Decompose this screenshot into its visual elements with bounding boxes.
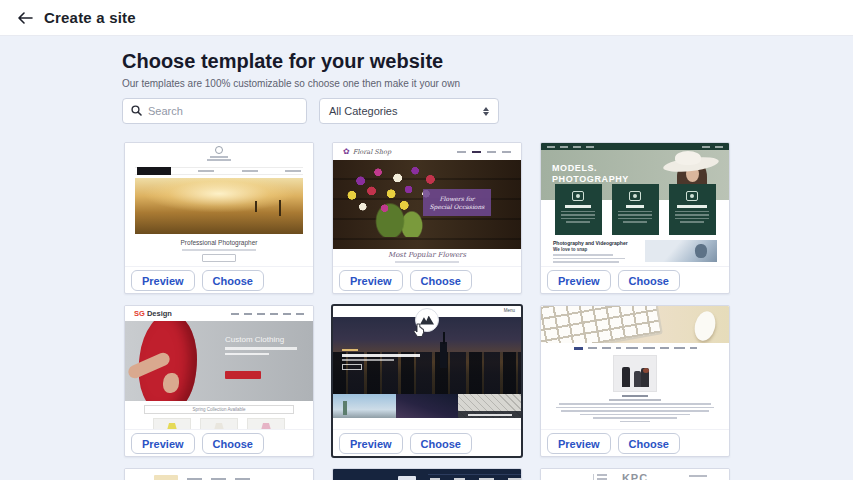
choose-button[interactable]: Choose: [202, 270, 264, 291]
search-box[interactable]: [122, 98, 307, 124]
template-card-partial-navy[interactable]: [332, 468, 522, 480]
template-inner-title: Most Popular Flowers: [333, 251, 521, 259]
thumb-nav: [457, 151, 511, 153]
template-thumbnail: MODELS. PHOTOGRAPHY: [541, 143, 729, 266]
template-grid: Professional Photographer Preview Choose…: [124, 142, 730, 480]
hero-text-block: Custom Clothing: [225, 335, 297, 355]
logo-caption: [125, 156, 313, 161]
thumb-header: SG Design: [125, 306, 313, 321]
feature-panel: [555, 184, 602, 235]
preview-button[interactable]: Preview: [547, 270, 611, 291]
hero-overlay-banner: Flowers for Special Occasions: [423, 189, 491, 216]
search-input[interactable]: [148, 105, 288, 117]
card-actions: Preview Choose: [333, 429, 521, 457]
paragraph-line: [556, 407, 714, 409]
sunset-field-photo: [135, 178, 303, 234]
text-line: [395, 261, 459, 263]
template-logo-text: SG Design: [134, 309, 172, 318]
template-card-kpc[interactable]: KPC: [540, 468, 730, 480]
mouse: [692, 309, 719, 343]
preview-button[interactable]: Preview: [547, 433, 611, 454]
nav-tab: [242, 170, 258, 172]
text-line: [609, 399, 661, 401]
thumb-footer: Photography and Videographer We love to …: [541, 240, 729, 263]
filter-bar: All Categories: [122, 98, 499, 124]
thumb-footer: Most Popular Flowers: [333, 249, 521, 266]
office-people-photo: [613, 355, 657, 392]
template-card-floral-shop[interactable]: ✿ Floral Shop Flowers for Special Occasi…: [332, 142, 522, 294]
footer-text-block: Photography and Videographer We love to …: [553, 240, 628, 263]
paragraph-line: [593, 417, 677, 419]
nav-tab: [285, 170, 301, 172]
white-hat-crown: [675, 151, 701, 165]
nav-tab-active: [154, 475, 178, 480]
card-actions: Preview Choose: [125, 429, 313, 457]
text-line: [182, 249, 256, 251]
gallery-row: [333, 394, 521, 418]
heading: Choose template for your website: [122, 50, 460, 73]
template-thumbnail: [541, 306, 729, 429]
template-card-city-travel[interactable]: Menu: [332, 305, 522, 457]
template-thumbnail: [333, 469, 521, 480]
fence-post: [279, 200, 281, 216]
template-logo-text: Floral Shop: [353, 148, 391, 156]
choose-button[interactable]: Choose: [618, 433, 680, 454]
red-dress-hero-photo: Custom Clothing: [125, 321, 313, 401]
photo-icon: [629, 191, 641, 201]
video-icon: [686, 191, 698, 201]
thumb-nav: [428, 474, 521, 480]
template-card-photographer[interactable]: Professional Photographer Preview Choose: [124, 142, 314, 294]
template-thumbnail: Menu: [333, 306, 521, 429]
product-tile: [153, 418, 191, 429]
preview-button[interactable]: Preview: [339, 433, 403, 454]
subtitle: Our templates are 100% customizable so c…: [122, 78, 460, 89]
collection-banner: Spring Collection Available: [144, 405, 294, 414]
nav-tab: [198, 170, 214, 172]
keyboard: [541, 306, 662, 343]
thumb-footer: Spring Collection Available: [125, 401, 313, 429]
feature-panel: [669, 184, 716, 235]
paragraph-line: [580, 414, 690, 416]
thumb-nav: [541, 143, 729, 150]
preview-button[interactable]: Preview: [131, 433, 195, 454]
template-card-partial-left[interactable]: [124, 468, 314, 480]
category-select[interactable]: All Categories: [319, 98, 499, 124]
overlay-line: Flowers for: [439, 195, 474, 203]
preview-button[interactable]: Preview: [131, 270, 195, 291]
keyboard-desk-photo: [541, 306, 729, 343]
antenna: [443, 332, 445, 344]
back-arrow-icon[interactable]: [14, 7, 36, 29]
paragraph-line: [559, 403, 711, 405]
template-card-business[interactable]: Preview Choose: [540, 305, 730, 457]
template-card-models-photography[interactable]: MODELS. PHOTOGRAPHY: [540, 142, 730, 294]
tulip-bouquet-photo: Flowers for Special Occasions: [333, 160, 521, 249]
thumb-body: [541, 343, 729, 422]
choose-button[interactable]: Choose: [410, 270, 472, 291]
choose-button[interactable]: Choose: [410, 433, 472, 454]
product-tile: [200, 418, 238, 429]
product-tile: [247, 418, 285, 429]
feature-panels: [541, 184, 729, 235]
choose-button[interactable]: Choose: [202, 433, 264, 454]
text-line: [689, 475, 707, 477]
nav-button: [398, 476, 416, 480]
category-selected-value: All Categories: [329, 105, 397, 117]
template-card-sg-design[interactable]: SG Design Custom Clothing Spring Collec: [124, 305, 314, 457]
template-thumbnail: Professional Photographer: [125, 143, 313, 266]
select-chevrons-icon: [483, 107, 489, 116]
search-icon: [131, 102, 142, 120]
sketch-image: [458, 394, 521, 418]
thumb-header: [125, 143, 313, 165]
template-thumbnail: KPC: [541, 469, 729, 480]
card-actions: Preview Choose: [541, 429, 729, 457]
template-inner-title: Custom Clothing: [225, 335, 297, 344]
thumb-nav: [541, 347, 729, 350]
template-thumbnail: ✿ Floral Shop Flowers for Special Occasi…: [333, 143, 521, 266]
main-content: Choose template for your website Our tem…: [0, 36, 853, 480]
template-thumbnail: SG Design Custom Clothing Spring Collec: [125, 306, 313, 429]
choose-button[interactable]: Choose: [618, 270, 680, 291]
page-title: Create a site: [44, 9, 136, 26]
preview-button[interactable]: Preview: [339, 270, 403, 291]
template-inner-title: Professional Photographer: [125, 239, 313, 246]
card-actions: Preview Choose: [541, 266, 729, 294]
